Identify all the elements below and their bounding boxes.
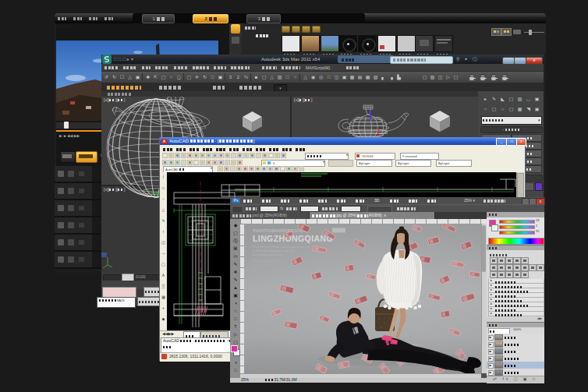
svg-text:QQ:36470958: QQ:36470958 bbox=[253, 263, 275, 267]
svg-text:B.QQ:182XXXX EMAIL:lingzhongqi: B.QQ:182XXXX EMAIL:lingzhongqiang@qq.com bbox=[253, 245, 310, 249]
svg-text:E-Mail:lingzhongqiang@vip.qq.c: E-Mail:lingzhongqiang@vip.qq.com bbox=[253, 249, 294, 253]
svg-text:TEL:15824515757: TEL:15824515757 bbox=[253, 259, 282, 263]
svg-text:www.lingzhongqiang.com: www.lingzhongqiang.com bbox=[253, 253, 282, 256]
